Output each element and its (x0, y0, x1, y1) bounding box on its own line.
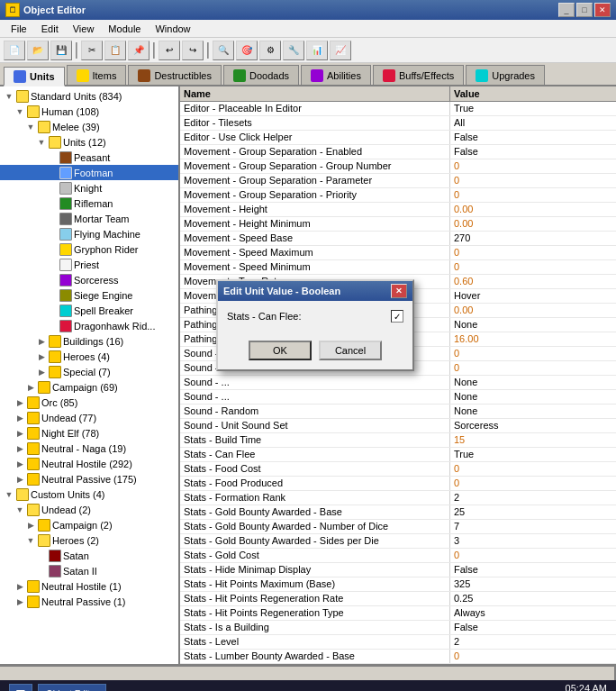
dialog-field-row: Stats - Can Flee: (227, 310, 403, 323)
dialog-body: Stats - Can Flee: (218, 301, 412, 341)
dialog-field-label: Stats - Can Flee: (227, 311, 385, 322)
dialog-cancel-button[interactable]: Cancel (319, 341, 382, 360)
modal-overlay: Edit Unit Value - Boolean ✕ Stats - Can … (0, 0, 616, 691)
dialog-buttons: OK Cancel (218, 341, 412, 369)
dialog-title-bar: Edit Unit Value - Boolean ✕ (218, 281, 412, 301)
dialog-checkbox[interactable] (391, 310, 403, 323)
edit-value-dialog: Edit Unit Value - Boolean ✕ Stats - Can … (216, 279, 414, 371)
dialog-ok-button[interactable]: OK (249, 341, 312, 360)
dialog-close-btn[interactable]: ✕ (391, 284, 407, 298)
dialog-title-text: Edit Unit Value - Boolean (223, 286, 340, 296)
